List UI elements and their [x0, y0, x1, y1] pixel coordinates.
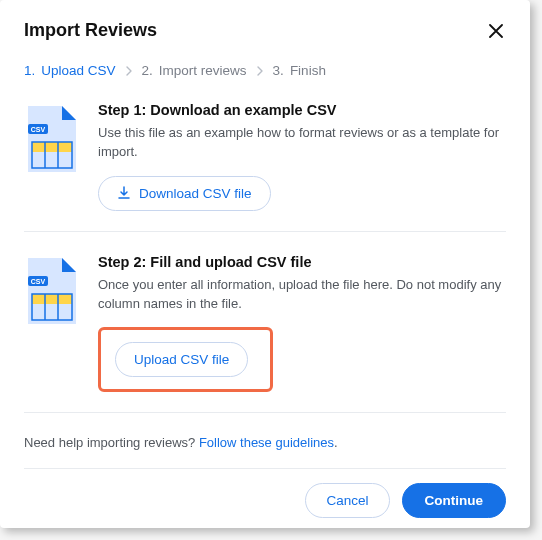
chevron-right-icon	[126, 66, 132, 76]
step2-title: Step 2: Fill and upload CSV file	[98, 254, 506, 270]
wizard-stepper: 1. Upload CSV 2. Import reviews 3. Finis…	[24, 63, 506, 78]
step1-section: CSV Step 1: Download an example CSV Use …	[24, 100, 506, 231]
cancel-button[interactable]: Cancel	[305, 483, 389, 518]
step1-title: Step 1: Download an example CSV	[98, 102, 506, 118]
step-upload-csv[interactable]: 1. Upload CSV	[24, 63, 116, 78]
step2-description: Once you enter all information, upload t…	[98, 276, 506, 314]
import-reviews-modal: Import Reviews 1. Upload CSV 2. Import r…	[0, 0, 530, 528]
modal-footer: Cancel Continue	[24, 469, 506, 518]
chevron-right-icon	[257, 66, 263, 76]
svg-rect-8	[32, 294, 72, 304]
step-number: 1.	[24, 63, 35, 78]
svg-text:CSV: CSV	[31, 278, 46, 285]
svg-text:CSV: CSV	[31, 126, 46, 133]
upload-csv-label: Upload CSV file	[134, 352, 229, 367]
step2-section: CSV Step 2: Fill and upload CSV file Onc…	[24, 252, 506, 413]
continue-button[interactable]: Continue	[402, 483, 507, 518]
step-number: 2.	[142, 63, 153, 78]
download-csv-button[interactable]: Download CSV file	[98, 176, 271, 211]
close-icon	[489, 24, 503, 38]
upload-highlight-box: Upload CSV file	[98, 327, 273, 392]
step-label: Finish	[290, 63, 326, 78]
step-finish[interactable]: 3. Finish	[273, 63, 326, 78]
svg-rect-2	[32, 142, 72, 152]
step-label: Import reviews	[159, 63, 247, 78]
upload-csv-button[interactable]: Upload CSV file	[115, 342, 248, 377]
section-divider	[24, 231, 506, 232]
step-label: Upload CSV	[41, 63, 115, 78]
step-number: 3.	[273, 63, 284, 78]
help-guidelines-link[interactable]: Follow these guidelines	[199, 435, 334, 450]
close-button[interactable]	[486, 21, 506, 41]
download-csv-label: Download CSV file	[139, 186, 252, 201]
step1-description: Use this file as an example how to forma…	[98, 124, 506, 162]
modal-header: Import Reviews	[24, 20, 506, 41]
modal-title: Import Reviews	[24, 20, 157, 41]
help-row: Need help importing reviews? Follow thes…	[24, 435, 506, 450]
section-divider	[24, 412, 506, 413]
download-icon	[117, 186, 131, 200]
csv-file-icon: CSV	[24, 104, 80, 174]
help-text: Need help importing reviews?	[24, 435, 199, 450]
step-import-reviews[interactable]: 2. Import reviews	[142, 63, 247, 78]
csv-file-icon: CSV	[24, 256, 80, 326]
